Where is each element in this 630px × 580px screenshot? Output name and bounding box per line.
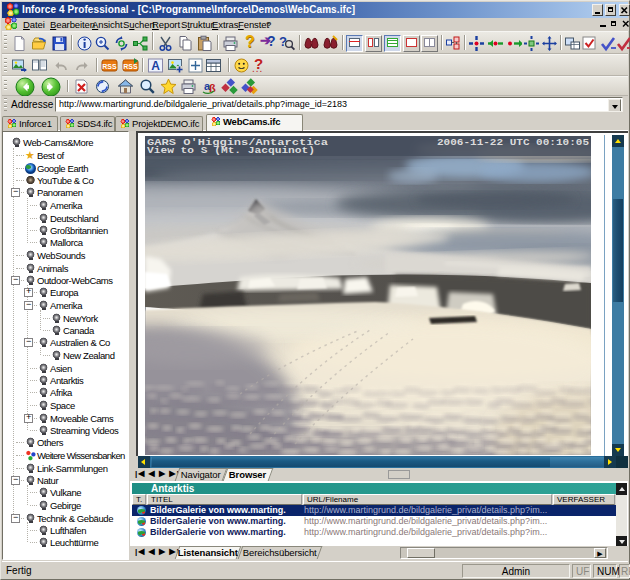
svg-text:View to S (Mt. Jacquinot): View to S (Mt. Jacquinot)	[147, 146, 315, 156]
svg-text:A: A	[151, 59, 160, 73]
svg-text:2006-11-22 UTC 00:10:05: 2006-11-22 UTC 00:10:05	[437, 138, 589, 148]
svg-text:RSS: RSS	[102, 63, 117, 70]
svg-text:RSS: RSS	[123, 63, 138, 70]
